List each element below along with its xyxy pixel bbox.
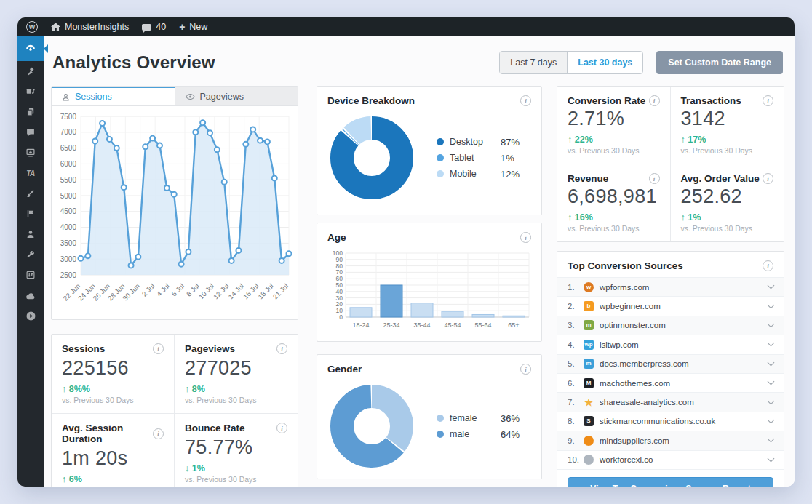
info-icon[interactable]: i bbox=[520, 232, 531, 243]
last-7-days-button[interactable]: Last 7 days bbox=[500, 52, 567, 73]
legend-value: 12% bbox=[501, 169, 531, 180]
source-rank: 5. bbox=[568, 359, 584, 368]
conversion-source-row[interactable]: 8.Sstickmancommunications.co.uk bbox=[557, 412, 784, 431]
legend-item: Mobile12% bbox=[437, 169, 531, 180]
home-icon bbox=[51, 23, 60, 31]
info-icon[interactable]: i bbox=[763, 95, 773, 106]
svg-text:65+: 65+ bbox=[508, 321, 519, 329]
source-domain: wpbeginner.com bbox=[600, 302, 768, 311]
age-panel: Age i 010203040506070809010018-2425-3435… bbox=[317, 223, 542, 342]
brush-icon bbox=[25, 188, 36, 199]
chevron-down-icon[interactable] bbox=[768, 301, 775, 308]
age-bar-chart[interactable]: 010203040506070809010018-2425-3435-4445-… bbox=[327, 249, 532, 336]
wp-admin-bar: W MonsterInsights 40 + New bbox=[17, 17, 795, 36]
sidebar-item-pages[interactable] bbox=[17, 102, 44, 122]
chevron-down-icon[interactable] bbox=[768, 397, 775, 404]
kpi-card-avg-session-duration: Avg. Session Durationi 1m 20s ↑ 6% vs. P… bbox=[52, 414, 175, 487]
conversion-source-row[interactable]: 1.wwpforms.com bbox=[557, 277, 784, 296]
sidebar-item-user[interactable] bbox=[17, 224, 44, 244]
legend-item: female36% bbox=[437, 413, 531, 424]
conversion-source-row[interactable]: 5.mdocs.memberpress.com bbox=[557, 354, 784, 373]
svg-text:16 Jul: 16 Jul bbox=[242, 282, 260, 301]
legend-value: 87% bbox=[501, 137, 531, 148]
sidebar-item-play[interactable] bbox=[17, 305, 44, 326]
source-rank: 9. bbox=[568, 436, 584, 445]
wordpress-logo-icon[interactable]: W bbox=[26, 21, 38, 33]
svg-text:10: 10 bbox=[336, 307, 343, 314]
sidebar-item-media[interactable] bbox=[17, 81, 44, 102]
sidebar-item-gauge[interactable] bbox=[17, 36, 44, 61]
comments-menu[interactable]: 40 bbox=[142, 22, 166, 32]
new-content-menu[interactable]: + New bbox=[179, 22, 207, 32]
sessions-line-chart[interactable]: 2500300035004000450050005500600065007000… bbox=[52, 108, 296, 319]
site-home-menu[interactable]: MonsterInsights bbox=[51, 22, 129, 32]
conversion-source-row[interactable]: 6.Mmachothemes.com bbox=[557, 373, 784, 392]
chevron-down-icon[interactable] bbox=[768, 436, 775, 443]
sidebar-item-ta[interactable]: TA bbox=[17, 163, 44, 183]
conversion-source-row[interactable]: 9.mindsuppliers.com bbox=[557, 431, 784, 449]
sidebar-item-comments[interactable] bbox=[17, 122, 44, 143]
info-icon[interactable]: i bbox=[153, 343, 164, 354]
sidebar-item-flag[interactable] bbox=[17, 204, 44, 224]
legend-dot-icon bbox=[437, 138, 444, 145]
svg-text:30 Jun: 30 Jun bbox=[121, 282, 141, 303]
kpi-card-conversion-rate: Conversion Ratei 2.71% ↑ 22% vs. Previou… bbox=[557, 87, 671, 164]
chevron-down-icon[interactable] bbox=[768, 455, 775, 462]
delta-up: ↑ 17% bbox=[681, 135, 774, 145]
sidebar-item-cloud[interactable] bbox=[17, 285, 44, 305]
info-icon[interactable]: i bbox=[763, 173, 773, 184]
tab-pageviews[interactable]: Pageviews bbox=[175, 87, 298, 105]
svg-text:7500: 7500 bbox=[60, 113, 77, 121]
info-icon[interactable]: i bbox=[520, 95, 531, 106]
svg-text:0: 0 bbox=[339, 313, 343, 321]
last-30-days-button[interactable]: Last 30 days bbox=[567, 52, 642, 73]
info-icon[interactable]: i bbox=[153, 428, 164, 439]
info-icon[interactable]: i bbox=[276, 423, 287, 433]
device-breakdown-panel: Device Breakdown i Desktop87%Tablet1%Mob… bbox=[317, 86, 542, 215]
conversion-source-row[interactable]: 3.moptinmonster.com bbox=[557, 316, 784, 335]
svg-text:5500: 5500 bbox=[60, 176, 77, 184]
svg-text:55-64: 55-64 bbox=[474, 321, 491, 329]
sidebar-item-pin[interactable] bbox=[17, 61, 44, 81]
conversion-source-row[interactable]: 4.wpisitwp.com bbox=[557, 335, 784, 353]
sidebar-item-sliders[interactable] bbox=[17, 265, 44, 285]
conversion-source-row[interactable]: 2.bwpbeginner.com bbox=[557, 296, 784, 315]
info-icon[interactable]: i bbox=[649, 173, 660, 184]
kpi-card-avg-order-value: Avg. Order Valuei 252.62 ↑ 1% vs. Previo… bbox=[671, 164, 784, 241]
chevron-down-icon[interactable] bbox=[768, 340, 775, 347]
set-custom-date-range-button[interactable]: Set Custom Date Range bbox=[656, 51, 783, 74]
sidebar-item-brush[interactable] bbox=[17, 183, 44, 204]
tab-sessions[interactable]: Sessions bbox=[52, 87, 175, 105]
svg-text:10 Jul: 10 Jul bbox=[197, 282, 216, 301]
view-top-conversions-report-button[interactable]: View Top Conversions Sources Report bbox=[568, 477, 773, 487]
sidebar-item-wrench[interactable] bbox=[17, 244, 44, 265]
svg-text:30: 30 bbox=[336, 295, 343, 302]
sidebar-item-download[interactable] bbox=[17, 143, 44, 163]
svg-text:3500: 3500 bbox=[60, 239, 77, 247]
info-icon[interactable]: i bbox=[763, 260, 773, 271]
kpi-card-bounce-rate: Bounce Ratei 75.77% ↓ 1% vs. Previous 30… bbox=[175, 414, 298, 487]
gender-donut-chart[interactable] bbox=[327, 382, 416, 471]
legend-item: male64% bbox=[437, 429, 531, 440]
conversion-source-row[interactable]: 10.workforcexl.co bbox=[557, 450, 784, 469]
device-breakdown-donut-chart[interactable] bbox=[327, 113, 416, 202]
conversion-source-row[interactable]: 7.★shareasale-analytics.com bbox=[557, 392, 784, 411]
comment-icon bbox=[142, 24, 151, 31]
info-icon[interactable]: i bbox=[649, 95, 660, 106]
svg-text:100: 100 bbox=[333, 249, 343, 257]
chevron-down-icon[interactable] bbox=[768, 416, 775, 423]
source-domain: mindsuppliers.com bbox=[600, 436, 768, 445]
legend-label: Mobile bbox=[450, 169, 477, 179]
chevron-down-icon[interactable] bbox=[768, 282, 775, 289]
source-domain: isitwp.com bbox=[600, 340, 768, 349]
svg-text:3000: 3000 bbox=[60, 255, 77, 263]
delta-down: ↓ 1% bbox=[185, 463, 287, 473]
info-icon[interactable]: i bbox=[276, 343, 287, 354]
chevron-down-icon[interactable] bbox=[768, 321, 775, 328]
person-icon bbox=[62, 93, 70, 101]
info-icon[interactable]: i bbox=[520, 364, 531, 375]
legend-item: Tablet1% bbox=[437, 153, 531, 164]
chevron-down-icon[interactable] bbox=[768, 359, 775, 366]
chevron-down-icon[interactable] bbox=[768, 378, 775, 385]
legend-value: 1% bbox=[501, 153, 531, 164]
